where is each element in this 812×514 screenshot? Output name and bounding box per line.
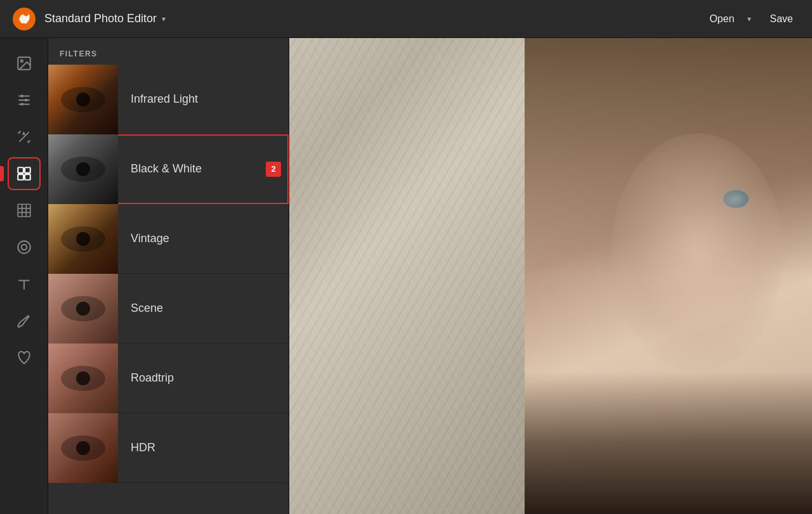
- annotation-badge-2: 2: [266, 162, 281, 177]
- thumb-pupil-hdr: [76, 441, 90, 455]
- svg-point-8: [20, 103, 23, 105]
- text-icon: [16, 276, 32, 292]
- filter-label-vintage: Vintage: [118, 232, 289, 245]
- filter-item-infrared[interactable]: Infrared Light: [48, 65, 289, 134]
- filters-panel: FILTERS Infrared Light Black & White 2: [48, 38, 289, 514]
- filter-item-hdr[interactable]: HDR: [48, 413, 289, 483]
- thumb-eye-hdr: [61, 435, 105, 461]
- vignette-icon: [16, 239, 32, 255]
- topbar: Standard Photo Editor ▾ Open ▾ Save: [0, 0, 812, 38]
- svg-rect-16: [18, 174, 23, 180]
- filter-label-infrared: Infrared Light: [118, 93, 289, 106]
- thumb-pupil-infrared: [76, 93, 90, 106]
- hair-bottom: [525, 371, 812, 514]
- filters-tool-button[interactable]: 1: [8, 157, 41, 190]
- app-title: Standard Photo Editor: [44, 12, 157, 25]
- photo-canvas: [289, 38, 812, 514]
- svg-point-6: [20, 94, 23, 97]
- thumb-eye-bw: [61, 157, 105, 182]
- thumb-pupil-roadtrip: [76, 371, 90, 385]
- filters-grid-icon: [16, 165, 32, 182]
- app-title-dropdown[interactable]: Standard Photo Editor ▾: [44, 12, 166, 25]
- app-title-chevron: ▾: [162, 15, 166, 23]
- face-area: [525, 38, 812, 514]
- adjustments-tool-button[interactable]: [8, 84, 41, 117]
- svg-rect-15: [25, 167, 30, 173]
- thumb-eye-scene: [61, 296, 105, 321]
- main-area: 1: [0, 38, 812, 514]
- filter-thumb-vintage: [48, 204, 118, 274]
- svg-point-24: [21, 245, 27, 250]
- icon-sidebar: 1: [0, 38, 48, 514]
- image-icon: [16, 55, 32, 72]
- filter-thumb-hdr: [48, 413, 118, 483]
- eye-highlight: [723, 190, 749, 208]
- thumb-eye-roadtrip: [61, 366, 105, 391]
- topbar-right: Open ▾ Save: [703, 10, 799, 29]
- adjustments-icon: [16, 92, 32, 108]
- filter-label-scene: Scene: [118, 302, 289, 315]
- thumb-pupil-bw: [76, 162, 90, 176]
- thumb-eye-infrared: [61, 87, 105, 112]
- brush-tool-button[interactable]: [8, 304, 41, 337]
- topbar-left: Standard Photo Editor ▾: [13, 8, 166, 30]
- filter-label-roadtrip: Roadtrip: [118, 371, 289, 385]
- sweater-area: [289, 38, 540, 514]
- app-logo: [13, 8, 36, 30]
- filter-thumb-scene: [48, 274, 118, 344]
- filter-item-vintage[interactable]: Vintage: [48, 204, 289, 274]
- open-chevron-icon[interactable]: ▾: [745, 11, 754, 27]
- filter-item-roadtrip[interactable]: Roadtrip: [48, 344, 289, 413]
- filter-label-bw: Black & White: [118, 162, 289, 176]
- text-tool-button[interactable]: [8, 267, 41, 300]
- filters-header: FILTERS: [48, 38, 289, 65]
- brush-icon: [16, 312, 32, 329]
- filter-item-scene[interactable]: Scene: [48, 274, 289, 344]
- grid-tool-button[interactable]: [8, 194, 41, 227]
- save-button[interactable]: Save: [764, 10, 799, 29]
- vignette-tool-button[interactable]: [8, 231, 41, 264]
- svg-point-23: [18, 241, 30, 254]
- filter-item-bw[interactable]: Black & White 2: [48, 134, 289, 204]
- svg-point-7: [25, 99, 27, 101]
- filter-thumb-infrared: [48, 65, 118, 134]
- thumb-pupil-scene: [76, 302, 90, 316]
- thumb-eye-vintage: [61, 226, 105, 252]
- svg-point-2: [20, 60, 22, 62]
- filter-thumb-bw: [48, 134, 118, 204]
- photo-background: [289, 38, 812, 514]
- svg-rect-17: [25, 174, 30, 180]
- thumb-pupil-vintage: [76, 232, 90, 246]
- image-tool-button[interactable]: [8, 47, 41, 80]
- favorites-tool-button[interactable]: [8, 341, 41, 374]
- hair-top: [525, 38, 812, 276]
- svg-rect-18: [18, 204, 30, 217]
- svg-rect-14: [18, 167, 23, 173]
- filter-thumb-roadtrip: [48, 344, 118, 413]
- heart-icon: [16, 349, 32, 366]
- filter-label-hdr: HDR: [118, 441, 289, 454]
- grid-icon: [16, 202, 32, 219]
- magic-tool-button[interactable]: [8, 120, 41, 153]
- annotation-badge-1: 1: [0, 166, 4, 181]
- open-button[interactable]: Open: [703, 10, 740, 29]
- magic-wand-icon: [16, 129, 32, 145]
